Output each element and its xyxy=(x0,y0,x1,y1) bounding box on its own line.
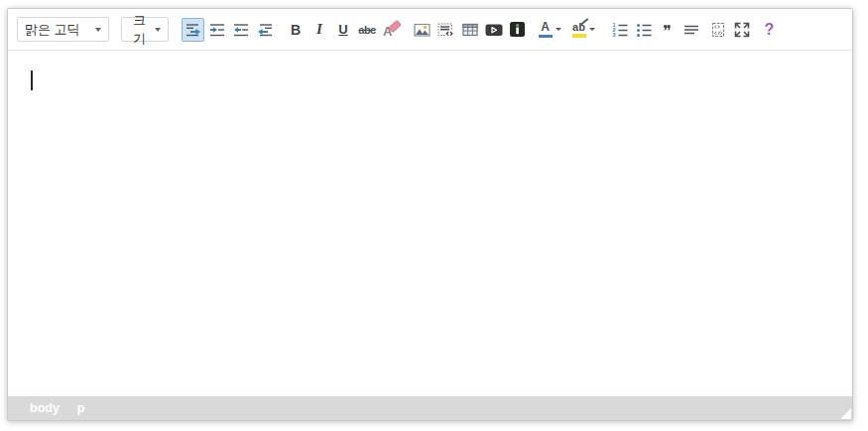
help-icon: ? xyxy=(765,21,775,39)
path-item-body[interactable]: body xyxy=(30,401,60,415)
text-cursor xyxy=(31,71,33,90)
rtl-direction-icon xyxy=(257,22,273,38)
font-color-button[interactable]: A xyxy=(534,18,566,42)
italic-button[interactable]: I xyxy=(309,18,331,42)
resize-handle[interactable] xyxy=(840,408,851,419)
fullscreen-button[interactable] xyxy=(731,18,754,42)
underline-button[interactable]: U xyxy=(332,18,355,42)
page: 맑은 고딕 크기 xyxy=(0,0,868,431)
rtl-direction-button[interactable] xyxy=(253,18,276,42)
align-button[interactable] xyxy=(680,18,702,42)
insert-html-button[interactable] xyxy=(434,18,457,42)
info-block-button[interactable] xyxy=(506,18,529,42)
strikethrough-button[interactable]: abc xyxy=(356,18,379,42)
blockquote-button[interactable]: ❞ xyxy=(656,18,679,42)
unordered-list-icon xyxy=(636,22,652,38)
chevron-down-icon xyxy=(556,28,561,31)
view-source-icon xyxy=(710,22,726,38)
chevron-down-icon xyxy=(155,28,161,32)
insert-table-button[interactable] xyxy=(458,18,481,42)
ltr-direction-icon xyxy=(186,22,201,38)
align-lines-icon xyxy=(683,22,699,38)
info-block-icon xyxy=(509,21,526,38)
insert-html-icon xyxy=(437,22,454,38)
fullscreen-icon xyxy=(734,22,750,38)
ordered-list-icon: 1 2 3 xyxy=(612,22,628,38)
outdent-button[interactable] xyxy=(229,18,252,42)
indent-icon xyxy=(209,22,225,38)
font-color-icon: A xyxy=(539,21,553,38)
insert-image-button[interactable] xyxy=(411,18,434,42)
italic-icon: I xyxy=(316,21,322,38)
insert-image-icon xyxy=(414,22,431,38)
highlight-color-button[interactable]: ab xyxy=(567,18,600,42)
view-source-button[interactable] xyxy=(707,18,730,42)
font-family-dropdown[interactable]: 맑은 고딕 xyxy=(17,17,109,42)
editor-content[interactable] xyxy=(8,51,852,396)
highlight-color-icon: ab xyxy=(572,22,586,38)
bold-button[interactable]: B xyxy=(285,18,308,42)
underline-icon: U xyxy=(338,22,347,37)
font-size-value: 크기 xyxy=(129,12,150,48)
strikethrough-icon: abc xyxy=(358,24,375,36)
youtube-button[interactable] xyxy=(482,18,505,42)
blockquote-icon: ❞ xyxy=(663,24,672,40)
ltr-direction-button[interactable] xyxy=(182,18,204,42)
chevron-down-icon xyxy=(95,28,101,32)
ordered-list-button[interactable]: 1 2 3 xyxy=(608,18,631,42)
unordered-list-button[interactable] xyxy=(632,18,655,42)
remove-format-eraser-icon: A xyxy=(382,21,400,39)
indent-button[interactable] xyxy=(205,18,228,42)
editor-toolbar: 맑은 고딕 크기 xyxy=(8,9,852,51)
element-path-statusbar: body p xyxy=(8,396,852,420)
path-item-p[interactable]: p xyxy=(77,401,85,415)
font-family-value: 맑은 고딕 xyxy=(25,21,80,39)
svg-text:3: 3 xyxy=(612,32,615,38)
help-button[interactable]: ? xyxy=(758,18,781,42)
font-size-dropdown[interactable]: 크기 xyxy=(121,17,169,42)
youtube-icon xyxy=(485,22,503,38)
insert-table-icon xyxy=(462,22,478,38)
bold-icon: B xyxy=(291,22,301,38)
chevron-down-icon xyxy=(589,28,595,31)
rich-text-editor: 맑은 고딕 크기 xyxy=(7,8,853,421)
remove-format-button[interactable]: A xyxy=(380,18,403,42)
outdent-icon xyxy=(233,22,249,38)
